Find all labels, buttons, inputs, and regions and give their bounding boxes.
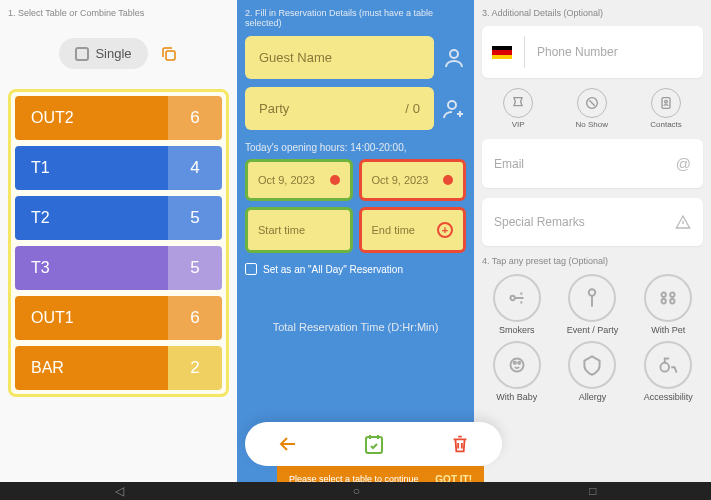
table-name: OUT2 [15,96,168,140]
divider [524,36,525,68]
preset-accessibility[interactable]: Accessibility [633,341,703,402]
allday-label: Set as an "All Day" Reservation [263,264,403,275]
email-input[interactable]: Email @ [482,139,703,188]
table-row[interactable]: T25 [15,196,222,240]
party-input[interactable]: Party /0 [245,87,434,130]
table-name: T3 [15,246,168,290]
nav-back[interactable]: ◁ [115,484,124,498]
table-row[interactable]: T35 [15,246,222,290]
back-icon[interactable] [276,432,300,456]
start-date-input[interactable]: Oct 9, 2023 [245,159,353,201]
opening-hours: Today's opening hours: 14:00-20:00, [245,142,466,153]
android-nav-bar: ◁ ○ □ [0,482,711,500]
svg-point-13 [510,359,523,372]
status-tag-no-show[interactable]: No Show [575,88,607,129]
single-label: Single [95,46,131,61]
person-icon [442,46,466,70]
table-row[interactable]: OUT26 [15,96,222,140]
svg-point-10 [670,293,674,297]
allday-checkbox[interactable] [245,263,257,275]
svg-point-12 [670,299,674,303]
single-toggle[interactable]: Single [59,38,147,69]
svg-point-7 [510,296,514,300]
preset-title: 4. Tap any preset tag (Optional) [482,256,703,266]
table-name: OUT1 [15,296,168,340]
preset-event---party[interactable]: Event / Party [558,274,628,335]
svg-point-15 [518,362,520,364]
single-checkbox[interactable] [75,47,89,61]
plus-icon[interactable]: + [437,222,453,238]
alert-icon [443,175,453,185]
preset-with-pet[interactable]: With Pet [633,274,703,335]
action-bar [245,422,502,466]
allday-toggle[interactable]: Set as an "All Day" Reservation [245,263,466,275]
total-time-label: Total Reservation Time (D:Hr:Min) [245,321,466,333]
table-name: BAR [15,346,168,390]
copy-icon[interactable] [160,45,178,63]
col3-title: 3. Additional Details (Optional) [482,8,703,18]
status-tag-vip[interactable]: VIP [503,88,533,129]
table-name: T2 [15,196,168,240]
flag-icon[interactable] [492,46,512,59]
svg-point-14 [514,362,516,364]
svg-point-11 [662,299,666,303]
guest-name-input[interactable]: Guest Name [245,36,434,79]
table-count: 2 [168,346,222,390]
svg-point-2 [448,101,456,109]
table-count: 6 [168,296,222,340]
status-tag-contacts[interactable]: Contacts [650,88,682,129]
preset-allergy[interactable]: Allergy [558,341,628,402]
warning-icon [675,214,691,230]
svg-point-6 [665,100,668,103]
svg-point-8 [589,289,596,296]
table-count: 6 [168,96,222,140]
svg-point-9 [662,293,666,297]
calendar-check-icon[interactable] [362,432,386,456]
trash-icon[interactable] [449,433,471,455]
phone-input-card[interactable]: Phone Number [482,26,703,78]
table-count: 4 [168,146,222,190]
start-time-input[interactable]: Start time [245,207,353,253]
svg-point-1 [450,50,458,58]
add-person-icon[interactable] [442,97,466,121]
end-time-input[interactable]: End time+ [359,207,467,253]
at-icon: @ [676,155,691,172]
table-row[interactable]: BAR2 [15,346,222,390]
phone-placeholder: Phone Number [537,45,618,59]
end-date-input[interactable]: Oct 9, 2023 [359,159,467,201]
table-list: OUT26T14T25T35OUT16BAR2 [8,89,229,397]
preset-smokers[interactable]: Smokers [482,274,552,335]
nav-home[interactable]: ○ [353,484,360,498]
preset-with-baby[interactable]: With Baby [482,341,552,402]
svg-rect-0 [166,51,175,60]
svg-rect-3 [366,437,382,453]
alert-icon [330,175,340,185]
table-name: T1 [15,146,168,190]
nav-recent[interactable]: □ [589,484,596,498]
table-count: 5 [168,246,222,290]
remarks-input[interactable]: Special Remarks [482,198,703,246]
table-row[interactable]: OUT16 [15,296,222,340]
table-count: 5 [168,196,222,240]
svg-point-16 [661,363,670,372]
col2-title: 2. Fill in Reservation Details (must hav… [245,8,466,28]
col1-title: 1. Select Table or Combine Tables [8,8,229,18]
table-row[interactable]: T14 [15,146,222,190]
